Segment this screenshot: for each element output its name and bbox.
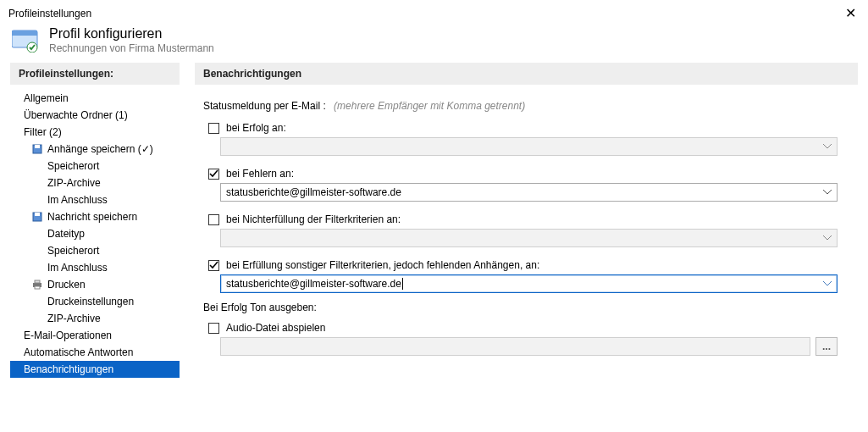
status-mail-label: Statusmeldung per E-Mail :: [203, 100, 326, 112]
sidebar-item-label: Druckeinstellungen: [47, 296, 134, 307]
sidebar-item[interactable]: Filter (2): [10, 124, 180, 141]
sidebar-item-label: Dateityp: [47, 228, 85, 240]
dialog-header: Profil konfigurieren Rechnungen von Firm…: [0, 25, 868, 63]
sidebar-item-label: Filter (2): [24, 126, 62, 138]
svg-rect-4: [35, 145, 40, 148]
nofilter-checkbox[interactable]: [208, 214, 219, 225]
save-icon: [32, 212, 42, 222]
sound-heading: Bei Erfolg Ton ausgeben:: [203, 302, 838, 313]
sidebar-item-label: ZIP-Archive: [47, 177, 101, 189]
main-heading: Benachrichtigungen: [195, 63, 858, 85]
titlebar: Profileinstellungen ✕: [0, 0, 868, 25]
otherfilter-checkbox[interactable]: [208, 260, 219, 271]
success-checkbox[interactable]: [208, 123, 219, 134]
sidebar-item[interactable]: Speicherort: [10, 158, 180, 174]
sidebar-item[interactable]: ZIP-Archive: [10, 310, 180, 327]
error-checkbox[interactable]: [208, 169, 219, 180]
sidebar-item[interactable]: ZIP-Archive: [10, 174, 180, 191]
nofilter-recipient-input[interactable]: [220, 229, 838, 247]
sidebar-item[interactable]: Benachrichtigungen: [10, 361, 180, 378]
sidebar-item-label: Drucken: [47, 279, 86, 291]
otherfilter-label: bei Erfüllung sonstiger Filterkriterien,…: [226, 259, 539, 271]
dialog-title: Profil konfigurieren: [49, 26, 214, 42]
sidebar-item-label: E-Mail-Operationen: [24, 330, 112, 341]
success-label: bei Erfolg an:: [226, 122, 286, 134]
sidebar-item[interactable]: Dateityp: [10, 225, 180, 242]
svg-rect-9: [35, 286, 40, 289]
status-mail-hint: (mehrere Empfänger mit Komma getrennt): [334, 100, 525, 112]
otherfilter-recipient-input[interactable]: statusberichte@gillmeister-software.de: [220, 274, 838, 293]
chevron-down-icon: [821, 232, 833, 244]
sidebar-item-label: Überwachte Ordner (1): [24, 109, 128, 121]
error-recipient-input[interactable]: statusberichte@gillmeister-software.de: [220, 183, 838, 202]
svg-rect-6: [35, 213, 40, 216]
sidebar-item[interactable]: Im Anschluss: [10, 259, 180, 276]
status-mail-heading: Statusmeldung per E-Mail : (mehrere Empf…: [203, 100, 838, 112]
success-recipient-input[interactable]: [220, 137, 838, 156]
window-title: Profileinstellungen: [8, 8, 91, 19]
sidebar-item-label: Nachricht speichern: [47, 211, 137, 223]
sidebar-item[interactable]: Überwachte Ordner (1): [10, 107, 180, 124]
close-icon[interactable]: ✕: [842, 5, 860, 21]
sidebar-item[interactable]: Anhänge speichern (✓): [10, 141, 180, 158]
sidebar-nav: AllgemeinÜberwachte Ordner (1)Filter (2)…: [10, 90, 180, 378]
sidebar-item-label: Benachrichtigungen: [24, 363, 113, 375]
audio-file-input[interactable]: [220, 337, 810, 356]
sidebar-item[interactable]: Speicherort: [10, 242, 180, 259]
sidebar-item-label: Allgemein: [24, 92, 69, 104]
play-audio-checkbox[interactable]: [208, 323, 219, 334]
svg-rect-8: [35, 280, 40, 283]
sidebar-item[interactable]: Drucken: [10, 276, 180, 293]
dialog-subtitle: Rechnungen von Firma Mustermann: [49, 42, 214, 54]
print-icon: [32, 280, 42, 290]
chevron-down-icon: [821, 141, 833, 152]
sidebar-item-label: Im Anschluss: [47, 262, 108, 274]
play-audio-label: Audio-Datei abspielen: [226, 322, 325, 334]
sidebar-heading: Profileinstellungen:: [10, 63, 180, 85]
sidebar-item[interactable]: Automatische Antworten: [10, 344, 180, 361]
sidebar-item-label: Speicherort: [47, 245, 99, 257]
sidebar-item[interactable]: Allgemein: [10, 90, 180, 107]
sidebar-item[interactable]: Druckeinstellungen: [10, 293, 180, 310]
sidebar-item-label: Automatische Antworten: [24, 346, 133, 358]
chevron-down-icon: [821, 186, 833, 198]
save-icon: [32, 144, 42, 154]
sidebar-item-label: Speicherort: [47, 160, 99, 172]
otherfilter-recipient-value: statusberichte@gillmeister-software.de: [226, 278, 832, 291]
svg-rect-1: [12, 30, 37, 36]
sidebar-item[interactable]: Im Anschluss: [10, 191, 180, 208]
error-recipient-value: statusberichte@gillmeister-software.de: [226, 186, 832, 198]
browse-button[interactable]: ...: [815, 337, 838, 356]
chevron-down-icon: [821, 278, 833, 290]
sidebar-item-label: ZIP-Archive: [47, 313, 101, 324]
sidebar-item[interactable]: E-Mail-Operationen: [10, 327, 180, 344]
sidebar-item-label: Anhänge speichern (✓): [47, 143, 153, 155]
profile-icon: [12, 29, 39, 53]
text-cursor: [402, 278, 403, 290]
error-label: bei Fehlern an:: [226, 168, 294, 180]
sidebar-item-label: Im Anschluss: [47, 194, 108, 206]
sidebar-item[interactable]: Nachricht speichern: [10, 208, 180, 225]
nofilter-label: bei Nichterfüllung der Filterkriterien a…: [226, 213, 401, 225]
